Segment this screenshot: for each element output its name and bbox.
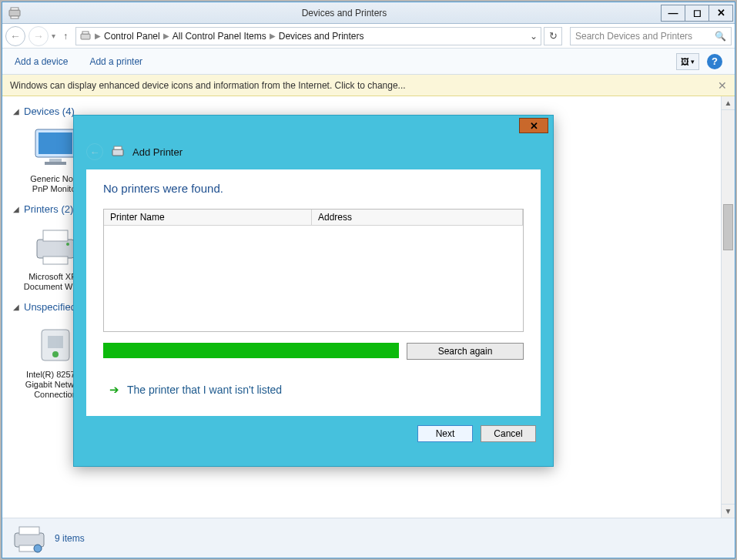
svg-rect-7 xyxy=(49,159,62,162)
table-header: Printer Name Address xyxy=(104,210,523,226)
help-button[interactable]: ? xyxy=(707,54,722,69)
next-button[interactable]: Next xyxy=(417,425,473,442)
arrow-right-icon: ➔ xyxy=(109,383,119,397)
maximize-button[interactable]: ◻ xyxy=(685,5,709,22)
window-controls: — ◻ ✕ xyxy=(662,5,733,22)
devices-icon xyxy=(79,30,92,42)
breadcrumb[interactable]: ▶ Control Panel ▶ All Control Panel Item… xyxy=(75,27,541,45)
chevron-right-icon: ▶ xyxy=(95,32,101,40)
info-bar[interactable]: Windows can display enhanced device icon… xyxy=(2,75,735,96)
printer-icon xyxy=(12,524,47,553)
svg-rect-21 xyxy=(114,146,122,149)
printer-icon xyxy=(111,145,125,159)
svg-rect-8 xyxy=(45,162,66,165)
chevron-down-icon: ▾ xyxy=(691,58,695,65)
not-listed-label: The printer that I want isn't listed xyxy=(127,384,282,396)
breadcrumb-item[interactable]: Control Panel xyxy=(104,31,160,42)
dialog-body: No printers were found. Printer Name Add… xyxy=(86,169,541,416)
add-device-link[interactable]: Add a device xyxy=(15,56,68,67)
svg-rect-1 xyxy=(11,8,18,10)
svg-rect-14 xyxy=(48,336,63,348)
dialog-footer: Next Cancel xyxy=(74,416,553,442)
recent-dropdown-icon[interactable]: ▾ xyxy=(52,32,55,40)
dialog-title: Add Printer xyxy=(132,146,183,158)
svg-rect-4 xyxy=(82,32,89,34)
titlebar: Devices and Printers — ◻ ✕ xyxy=(2,2,735,24)
scroll-thumb[interactable] xyxy=(723,204,733,250)
svg-rect-2 xyxy=(11,16,18,18)
svg-rect-17 xyxy=(19,527,39,535)
back-button[interactable]: ← xyxy=(5,26,25,46)
column-printer-name[interactable]: Printer Name xyxy=(104,210,312,225)
svg-rect-11 xyxy=(43,257,68,264)
svg-point-12 xyxy=(66,243,69,246)
photo-icon: 🖼 xyxy=(681,57,689,66)
svg-rect-20 xyxy=(112,149,123,156)
search-again-button[interactable]: Search again xyxy=(407,343,524,360)
scroll-up-icon[interactable]: ▲ xyxy=(722,96,735,110)
refresh-button[interactable]: ↻ xyxy=(544,27,562,45)
info-close-icon[interactable]: ✕ xyxy=(718,79,727,92)
add-printer-dialog: ✕ ← Add Printer No printers were found. … xyxy=(73,115,554,467)
minimize-button[interactable]: — xyxy=(661,5,685,22)
search-progress xyxy=(103,343,399,358)
scroll-down-icon[interactable]: ▼ xyxy=(722,504,735,518)
close-button[interactable]: ✕ xyxy=(709,5,733,22)
status-count: 9 items xyxy=(55,533,85,544)
search-placeholder: Search Devices and Printers xyxy=(575,31,692,42)
window-title: Devices and Printers xyxy=(27,8,662,18)
status-bar: 9 items xyxy=(2,518,735,558)
column-address[interactable]: Address xyxy=(312,210,523,225)
dialog-message: No printers were found. xyxy=(103,182,524,195)
cancel-button[interactable]: Cancel xyxy=(481,425,536,442)
collapse-icon: ◢ xyxy=(13,303,19,311)
chevron-right-icon: ▶ xyxy=(270,32,276,40)
svg-rect-6 xyxy=(39,132,72,154)
command-bar: Add a device Add a printer 🖼 ▾ ? xyxy=(2,49,735,75)
collapse-icon: ◢ xyxy=(13,107,19,116)
svg-rect-3 xyxy=(81,34,90,39)
forward-button[interactable]: → xyxy=(28,26,49,46)
svg-rect-10 xyxy=(43,230,68,241)
add-printer-link[interactable]: Add a printer xyxy=(89,56,142,67)
breadcrumb-dropdown-icon[interactable]: ⌄ xyxy=(530,31,538,42)
info-text: Windows can display enhanced device icon… xyxy=(10,80,406,91)
search-icon: 🔍 xyxy=(715,31,726,42)
view-options-button[interactable]: 🖼 ▾ xyxy=(676,53,699,70)
breadcrumb-item[interactable]: All Control Panel Items xyxy=(173,31,266,42)
svg-rect-9 xyxy=(37,240,74,258)
printers-list[interactable]: Printer Name Address xyxy=(103,209,524,332)
svg-rect-0 xyxy=(9,10,20,16)
navigation-row: ← → ▾ ↑ ▶ Control Panel ▶ All Control Pa… xyxy=(2,24,735,49)
search-input[interactable]: Search Devices and Printers 🔍 xyxy=(570,27,732,45)
dialog-close-button[interactable]: ✕ xyxy=(519,118,548,133)
chevron-right-icon: ▶ xyxy=(163,32,169,40)
dialog-back-button[interactable]: ← xyxy=(86,143,103,160)
up-button[interactable]: ↑ xyxy=(59,31,72,42)
printer-not-listed-link[interactable]: ➔ The printer that I want isn't listed xyxy=(109,383,524,397)
svg-point-19 xyxy=(34,545,42,552)
vertical-scrollbar[interactable]: ▲ ▼ xyxy=(721,96,735,518)
breadcrumb-item[interactable]: Devices and Printers xyxy=(279,31,364,42)
dialog-header: ← Add Printer xyxy=(74,116,553,169)
collapse-icon: ◢ xyxy=(13,205,19,213)
svg-point-15 xyxy=(52,351,59,357)
devices-printers-icon xyxy=(7,5,22,21)
